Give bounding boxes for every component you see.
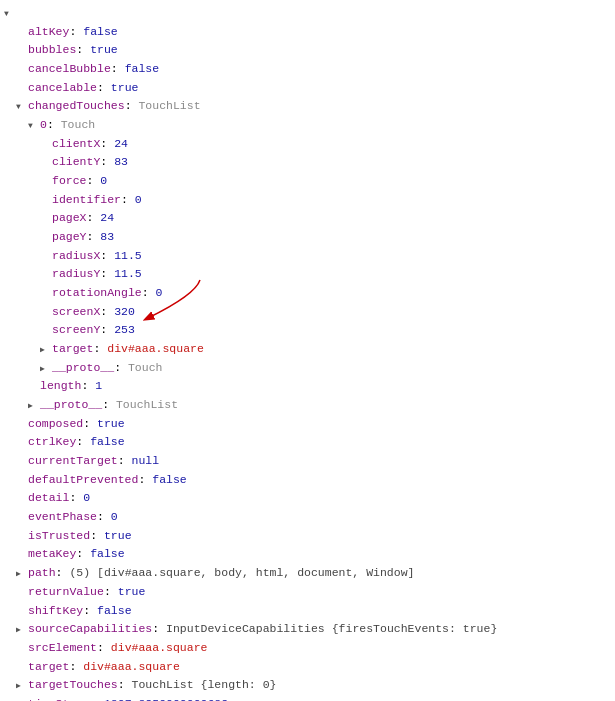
toggle-changedTouches[interactable] (16, 98, 26, 115)
value-metaKey: false (90, 546, 125, 563)
value-shiftKey: false (97, 603, 132, 620)
toggle-proto_touchlist[interactable] (28, 397, 38, 414)
value-clientX: 24 (114, 136, 128, 153)
sep-shiftKey: : (83, 603, 97, 620)
sep-identifier: : (121, 192, 135, 209)
key-bubbles: bubbles (28, 42, 76, 59)
line-touch0: 0: Touch (0, 116, 615, 135)
sep-isTrusted: : (90, 528, 104, 545)
toggle-path[interactable] (16, 565, 26, 582)
line-currentTarget: currentTarget: null (0, 452, 615, 471)
key-radiusY: radiusY (52, 266, 100, 283)
value-length: 1 (95, 378, 102, 395)
key-length: length (40, 378, 81, 395)
key-returnValue: returnValue (28, 584, 104, 601)
key-identifier: identifier (52, 192, 121, 209)
value-touch0: Touch (61, 117, 96, 134)
line-composed: composed: true (0, 415, 615, 434)
sep-screenY: : (100, 322, 114, 339)
line-detail: detail: 0 (0, 489, 615, 508)
key-defaultPrevented: defaultPrevented (28, 472, 138, 489)
value-proto_touchlist: TouchList (116, 397, 178, 414)
line-sourceCapabilities: sourceCapabilities: InputDeviceCapabilit… (0, 620, 615, 639)
value-pageX: 24 (100, 210, 114, 227)
sep-returnValue: : (104, 584, 118, 601)
key-metaKey: metaKey (28, 546, 76, 563)
key-shiftKey: shiftKey (28, 603, 83, 620)
sep-altKey: : (69, 24, 83, 41)
key-changedTouches: changedTouches (28, 98, 125, 115)
toggle-sourceCapabilities[interactable] (16, 621, 26, 638)
value-force: 0 (100, 173, 107, 190)
line-clientX: clientX: 24 (0, 135, 615, 154)
line-bubbles: bubbles: true (0, 41, 615, 60)
value-currentTarget: null (132, 453, 160, 470)
key-cancelable: cancelable (28, 80, 97, 97)
line-clientY: clientY: 83 (0, 153, 615, 172)
key-cancelBubble: cancelBubble (28, 61, 111, 78)
line-targetTouches: targetTouches: TouchList {length: 0} (0, 676, 615, 695)
value-eventPhase: 0 (111, 509, 118, 526)
value-sourceCapabilities: InputDeviceCapabilities {firesTouchEvent… (166, 621, 497, 638)
toggle-touch0[interactable] (28, 117, 38, 134)
value-identifier: 0 (135, 192, 142, 209)
line-pageX: pageX: 24 (0, 209, 615, 228)
value-clientY: 83 (114, 154, 128, 171)
key-screenY: screenY (52, 322, 100, 339)
line-cancelable: cancelable: true (0, 79, 615, 98)
value-cancelBubble: false (125, 61, 160, 78)
toggle-targetTouches[interactable] (16, 677, 26, 694)
sep-target: : (93, 341, 107, 358)
value-rotationAngle: 0 (156, 285, 163, 302)
header-line (0, 4, 615, 23)
inspector-panel: altKey: falsebubbles: truecancelBubble: … (0, 0, 615, 701)
key-altKey: altKey (28, 24, 69, 41)
line-radiusX: radiusX: 11.5 (0, 247, 615, 266)
sep-rotationAngle: : (142, 285, 156, 302)
key-path: path (28, 565, 56, 582)
key-sourceCapabilities: sourceCapabilities (28, 621, 152, 638)
value-proto_touch: Touch (128, 360, 163, 377)
line-proto_touchlist: __proto__: TouchList (0, 396, 615, 415)
value-srcElement: div#aaa.square (111, 640, 208, 657)
sep-radiusY: : (100, 266, 114, 283)
sep-screenX: : (100, 304, 114, 321)
line-proto_touch: __proto__: Touch (0, 359, 615, 378)
sep-pageX: : (87, 210, 101, 227)
sep-ctrlKey: : (76, 434, 90, 451)
sep-eventPhase: : (97, 509, 111, 526)
line-timeStamp: timeStamp: 1807.8350000000682 (0, 695, 615, 701)
key-target2: target (28, 659, 69, 676)
sep-force: : (87, 173, 101, 190)
key-pageY: pageY (52, 229, 87, 246)
value-radiusX: 11.5 (114, 248, 142, 265)
lines-container: altKey: falsebubbles: truecancelBubble: … (0, 23, 615, 701)
sep-path: : (56, 565, 70, 582)
toggle-target[interactable] (40, 341, 50, 358)
sep-cancelable: : (97, 80, 111, 97)
sep-composed: : (83, 416, 97, 433)
line-returnValue: returnValue: true (0, 583, 615, 602)
value-target: div#aaa.square (107, 341, 204, 358)
line-eventPhase: eventPhase: 0 (0, 508, 615, 527)
key-isTrusted: isTrusted (28, 528, 90, 545)
toggle-proto_touch[interactable] (40, 360, 50, 377)
sep-touch0: : (47, 117, 61, 134)
key-clientX: clientX (52, 136, 100, 153)
root-toggle[interactable] (4, 5, 14, 22)
key-detail: detail (28, 490, 69, 507)
key-currentTarget: currentTarget (28, 453, 118, 470)
value-returnValue: true (118, 584, 146, 601)
line-srcElement: srcElement: div#aaa.square (0, 639, 615, 658)
key-target: target (52, 341, 93, 358)
sep-clientY: : (100, 154, 114, 171)
sep-cancelBubble: : (111, 61, 125, 78)
value-targetTouches: TouchList {length: 0} (132, 677, 277, 694)
key-timeStamp: timeStamp (28, 696, 90, 701)
sep-target2: : (69, 659, 83, 676)
line-pageY: pageY: 83 (0, 228, 615, 247)
sep-radiusX: : (100, 248, 114, 265)
sep-timeStamp: : (90, 696, 104, 701)
key-screenX: screenX (52, 304, 100, 321)
line-force: force: 0 (0, 172, 615, 191)
